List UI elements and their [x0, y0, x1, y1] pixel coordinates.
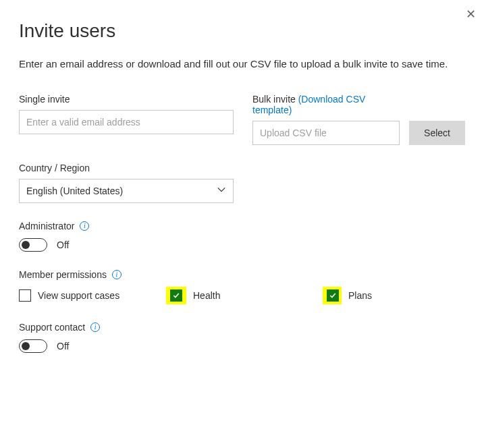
info-icon[interactable]: i [90, 323, 100, 332]
page-title: Invite users [19, 20, 465, 42]
intro-text: Enter an email address or download and f… [19, 57, 465, 72]
support-contact-state: Off [57, 341, 69, 352]
single-invite-input[interactable] [19, 110, 234, 134]
select-file-button[interactable]: Select [409, 121, 465, 145]
perm-label: Plans [348, 290, 372, 301]
country-value: English (United States) [26, 186, 123, 196]
member-permissions-label: Member permissions [19, 269, 107, 280]
perm-plans: Plans [323, 287, 372, 304]
single-invite-label: Single invite [19, 94, 234, 105]
administrator-toggle[interactable] [19, 238, 47, 252]
close-icon[interactable]: ✕ [463, 4, 479, 24]
administrator-label: Administrator [19, 221, 74, 231]
administrator-state: Off [57, 240, 69, 250]
checkbox-plans[interactable] [327, 289, 339, 302]
chevron-down-icon [217, 185, 226, 196]
perm-label: View support cases [38, 290, 119, 301]
checkbox-view-support-cases[interactable] [19, 289, 31, 302]
bulk-invite-input[interactable] [252, 121, 400, 145]
info-icon[interactable]: i [112, 270, 122, 279]
country-label: Country / Region [19, 163, 465, 173]
perm-health: Health [166, 287, 323, 304]
support-contact-label: Support contact [19, 322, 85, 333]
info-icon[interactable]: i [80, 221, 89, 231]
perm-view-support-cases: View support cases [19, 289, 166, 302]
bulk-invite-label: Bulk invite (Download CSV template) [252, 94, 400, 115]
country-select[interactable]: English (United States) [19, 179, 234, 203]
support-contact-toggle[interactable] [19, 339, 47, 353]
perm-label: Health [193, 290, 220, 301]
checkbox-health[interactable] [170, 289, 182, 302]
bulk-invite-label-text: Bulk invite [252, 94, 296, 105]
